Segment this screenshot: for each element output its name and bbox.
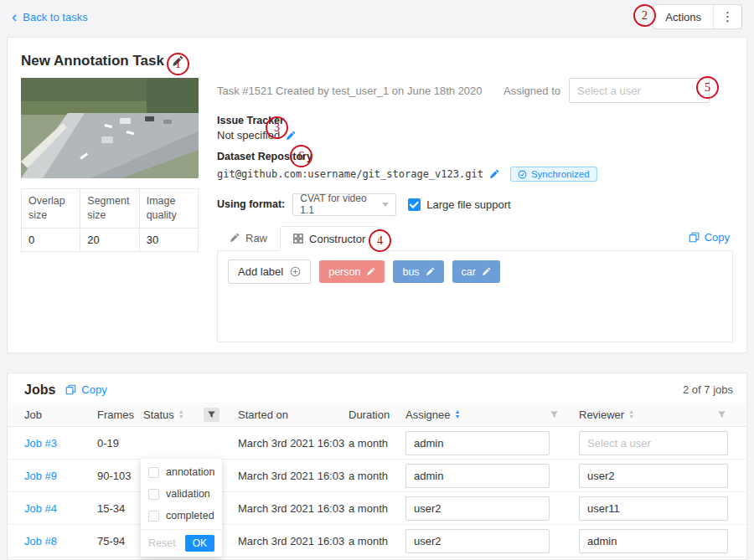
jobs-count: 2 of 7 jobs	[683, 383, 733, 396]
job-row: Job #8 75-94 completed March 3rd 2021 16…	[8, 525, 746, 557]
job-frames: 75-94	[97, 535, 143, 547]
task-parameters-table: Overlap size Segment size Image quality …	[21, 188, 199, 252]
format-selected-value: CVAT for video 1.1	[300, 193, 382, 216]
copy-label: Copy	[705, 231, 730, 244]
sync-check-icon	[518, 170, 527, 179]
job-duration: a month	[349, 535, 405, 547]
add-label-button[interactable]: Add label	[228, 259, 311, 284]
task-details-card: New Annotation Task	[7, 37, 747, 353]
job-started: March 3rd 2021 16:03	[238, 470, 349, 482]
large-file-support-checkbox[interactable]	[408, 198, 421, 211]
job-row: Job #4 15-34 March 3rd 2021 16:03 a mont…	[8, 492, 746, 525]
back-to-tasks-label: Back to tasks	[23, 11, 87, 23]
assignee-input[interactable]	[405, 464, 550, 488]
checkbox[interactable]	[148, 511, 159, 521]
param-value: 20	[80, 228, 139, 251]
checkbox[interactable]	[148, 489, 159, 500]
reviewer-input[interactable]	[579, 431, 728, 455]
copy-labels-button[interactable]: Copy	[689, 231, 730, 244]
column-job: Job	[24, 408, 97, 421]
edit-label-icon[interactable]	[366, 267, 375, 276]
assigned-to-label: Assigned to	[504, 85, 560, 97]
labels-constructor-panel: Add label person bus	[217, 250, 733, 342]
job-row: Job #3 0-19 March 3rd 2021 16:03 a month	[8, 427, 746, 460]
job-started: March 3rd 2021 16:03	[238, 535, 349, 547]
column-status[interactable]: Status ▲▼	[143, 408, 238, 422]
job-started: March 3rd 2021 16:03	[238, 502, 349, 515]
edit-title-icon[interactable]	[172, 55, 183, 67]
param-header: Image quality	[139, 189, 198, 229]
tab-raw[interactable]: Raw	[217, 225, 280, 250]
checkbox[interactable]	[148, 467, 159, 478]
actions-button[interactable]: Actions ⋮	[653, 4, 742, 29]
sort-icons[interactable]: ▲▼	[454, 409, 460, 419]
sort-icons[interactable]: ▲▼	[178, 409, 184, 419]
issue-tracker-label: Issue Tracker	[217, 115, 733, 126]
job-frames: 90-103	[97, 470, 143, 482]
more-options-icon[interactable]: ⋮	[713, 5, 741, 28]
reviewer-input[interactable]	[579, 464, 728, 488]
filter-option-completed[interactable]: completed	[141, 505, 222, 527]
assigned-to-input[interactable]	[569, 78, 710, 103]
edit-repository-icon[interactable]	[489, 169, 499, 179]
jobs-table: Job Frames Status ▲▼ Started on Duration…	[8, 403, 746, 557]
sort-icons[interactable]: ▲▼	[628, 409, 634, 419]
repository-url: git@github.com:username/git_storage_v123…	[217, 168, 483, 180]
using-format-label: Using format:	[217, 198, 285, 210]
chevron-down-icon	[382, 203, 389, 207]
job-row: Job #9 90-103 March 3rd 2021 16:03 a mon…	[8, 460, 746, 492]
column-reviewer[interactable]: Reviewer ▲▼	[579, 408, 733, 421]
status-filter-icon[interactable]	[204, 408, 219, 422]
jobs-title: Jobs	[24, 383, 55, 398]
copy-jobs-button[interactable]: Copy	[65, 383, 106, 396]
sync-status-badge: Synchronized	[510, 167, 597, 182]
job-link[interactable]: Job #9	[24, 470, 97, 482]
jobs-card: Jobs Copy 2 of 7 jobs Job Frames Status …	[7, 372, 747, 560]
assignee-input[interactable]	[405, 431, 550, 455]
chevron-left-icon: ‹	[12, 11, 17, 23]
task-title: New Annotation Task	[21, 53, 164, 69]
tab-raw-label: Raw	[245, 232, 267, 244]
plus-circle-icon	[290, 266, 301, 277]
copy-label: Copy	[81, 383, 106, 396]
reviewer-filter-icon[interactable]	[717, 410, 726, 419]
task-meta-text: Task #1521 Created by test_user_1 on Jun…	[217, 85, 483, 97]
job-frames: 15-34	[97, 502, 143, 515]
filter-reset-button[interactable]: Reset	[148, 537, 176, 549]
job-link[interactable]: Job #3	[24, 437, 97, 450]
edit-issue-tracker-icon[interactable]	[286, 131, 296, 141]
reviewer-input[interactable]	[579, 529, 728, 553]
param-header: Segment size	[80, 189, 139, 229]
label-chip-person[interactable]: person	[319, 260, 385, 283]
tab-constructor[interactable]: Constructor	[280, 226, 379, 251]
large-file-support-label: Large file support	[426, 198, 510, 211]
edit-label-icon[interactable]	[426, 267, 435, 276]
column-assignee[interactable]: Assignee ▲▼	[405, 408, 579, 421]
label-chip-car[interactable]: car	[452, 260, 500, 283]
job-started: March 3rd 2021 16:03	[238, 437, 349, 450]
filter-option-annotation[interactable]: annotation	[141, 461, 222, 483]
job-frames: 0-19	[97, 437, 143, 450]
job-link[interactable]: Job #8	[24, 535, 97, 547]
filter-option-validation[interactable]: validation	[141, 483, 222, 505]
constructor-blocks-icon	[293, 234, 303, 244]
dataset-repository-label: Dataset Repository	[217, 151, 733, 162]
param-value: 0	[22, 228, 80, 251]
task-preview-image	[21, 78, 199, 178]
filter-ok-button[interactable]: OK	[185, 535, 214, 552]
edit-label-icon[interactable]	[482, 267, 491, 276]
assignee-filter-icon[interactable]	[550, 410, 559, 419]
raw-edit-icon	[230, 233, 240, 243]
job-link[interactable]: Job #4	[24, 502, 97, 515]
assignee-input[interactable]	[405, 496, 550, 521]
reviewer-input[interactable]	[579, 496, 728, 521]
job-duration: a month	[349, 437, 405, 450]
param-header: Overlap size	[22, 189, 80, 229]
back-to-tasks-link[interactable]: ‹ Back to tasks	[12, 11, 88, 23]
copy-icon	[65, 384, 76, 395]
format-select[interactable]: CVAT for video 1.1	[292, 193, 396, 216]
param-value: 30	[139, 228, 198, 251]
assignee-input[interactable]	[405, 529, 550, 553]
label-chip-bus[interactable]: bus	[393, 260, 443, 283]
column-started-on: Started on	[238, 408, 349, 421]
